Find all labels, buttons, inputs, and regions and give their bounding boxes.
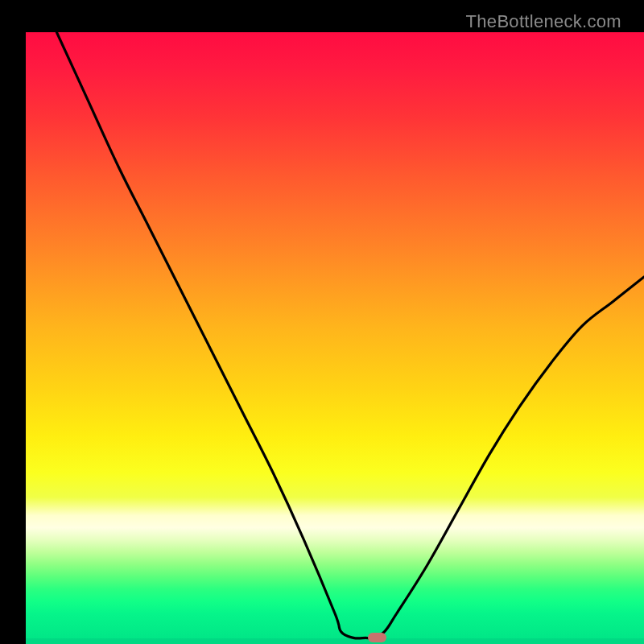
bottleneck-curve xyxy=(26,32,644,644)
plot-area xyxy=(26,32,644,644)
optimal-marker xyxy=(368,633,386,642)
attribution-text: TheBottleneck.com xyxy=(466,11,621,32)
chart-frame: TheBottleneck.com xyxy=(13,13,631,631)
curve-path xyxy=(56,32,644,638)
